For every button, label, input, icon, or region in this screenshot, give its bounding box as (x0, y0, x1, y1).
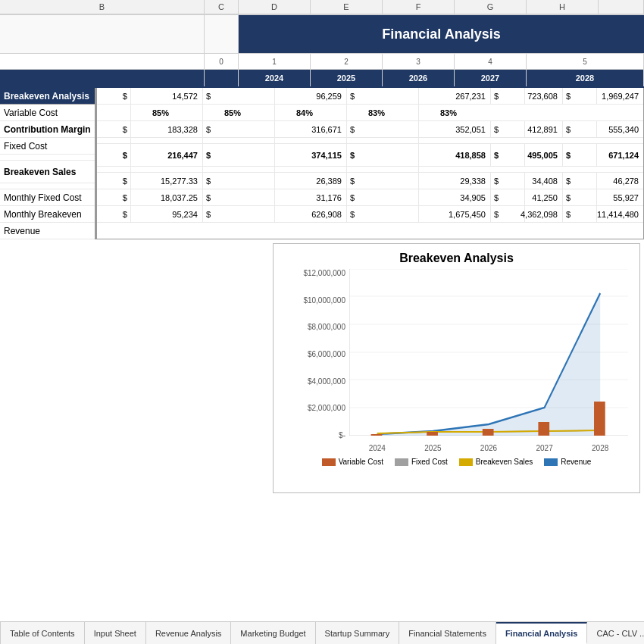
index-2: 2 (311, 54, 383, 69)
index-0: 0 (205, 54, 239, 69)
mfc-2026: 29,338 (419, 173, 491, 189)
mb-dollar-g: $ (491, 189, 525, 205)
tab-revenue-analysis[interactable]: Revenue Analysis (146, 622, 231, 644)
rev-dollar-c: $ (97, 206, 131, 222)
fc-2026: 352,051 (419, 121, 491, 137)
index-spacer (0, 54, 205, 69)
revenue-label: Revenue (0, 223, 95, 239)
bs-dollar-c: $ (97, 144, 131, 166)
vc-dollar-c: $ (97, 88, 131, 104)
col-header-e: E (311, 0, 383, 14)
rev-dollar-f: $ (347, 206, 419, 222)
bs-dollar-e: $ (203, 144, 275, 166)
bs-dollar-g: $ (491, 144, 525, 166)
fc-dollar-g: $ (491, 121, 525, 137)
svg-rect-13 (594, 402, 605, 436)
tab-table-of-contents[interactable]: Table of Contents (0, 622, 85, 644)
mb-dollar-c: $ (97, 189, 131, 205)
chart-title: Breakeven Analysis (285, 252, 628, 265)
vc-dollar-e: $ (203, 88, 275, 104)
vc-dollar-h1: $ (563, 88, 597, 104)
mfc-dollar-c: $ (97, 173, 131, 189)
fc-2025: 316,671 (275, 121, 347, 137)
tab-financial-statements[interactable]: Financial Statements (399, 622, 496, 644)
col-header-rest (599, 0, 644, 14)
chart-svg (349, 269, 628, 436)
legend-breakeven-sales: Breakeven Sales (459, 458, 533, 466)
cm-c (97, 105, 131, 120)
bs-2024: 216,447 (131, 144, 203, 166)
svg-rect-10 (427, 432, 438, 436)
index-1: 1 (239, 54, 311, 69)
mb-dollar-f: $ (347, 189, 419, 205)
vc-dollar-g1: $ (491, 88, 525, 104)
rev-2025: 626,908 (275, 206, 347, 222)
labels-column: Breakeven Analysis Variable Cost Contrib… (0, 88, 96, 239)
mfc-2027: 34,408 (525, 173, 563, 189)
svg-rect-9 (371, 434, 383, 436)
vc-2028: 1,969,247 (597, 88, 643, 104)
contribution-margin-label: Contribution Margin (0, 121, 95, 138)
chart-y-axis: $12,000,000 $10,000,000 $8,000,000 $6,00… (285, 269, 349, 439)
legend-variable-cost: Variable Cost (322, 458, 383, 466)
variable-cost-label: Variable Cost (0, 105, 95, 121)
variable-cost-row: $ 14,572 $ 96,259 $ 267,231 $ 723,608 $ … (97, 88, 643, 105)
cm-2025: 85% (203, 105, 275, 120)
breakeven-sales-label: Breakeven Sales (0, 161, 95, 183)
spacer-row1 (97, 138, 643, 144)
spreadsheet-title: Financial Analysis (239, 15, 644, 53)
mb-dollar-h: $ (563, 189, 597, 205)
cm-2028: 83% (419, 105, 643, 120)
year-2027: 2027 (455, 70, 527, 86)
rev-dollar-e: $ (203, 206, 275, 222)
title-spacer-left (0, 15, 205, 53)
monthly-fixed-cost-label: Monthly Fixed Cost (0, 189, 95, 206)
tabs-bar: Table of Contents Input Sheet Revenue An… (0, 621, 644, 644)
fc-dollar-h: $ (563, 121, 597, 137)
col-header-c: C (205, 0, 239, 14)
col-header-d: D (239, 0, 311, 14)
bs-dollar-h: $ (563, 144, 597, 166)
legend-color-revenue (544, 458, 558, 466)
tab-financial-analysis[interactable]: Financial Analysis (496, 622, 588, 644)
rev-2024: 95,234 (131, 206, 203, 222)
col-header-b: B (0, 0, 205, 14)
mb-2026: 34,905 (419, 189, 491, 205)
year-2028: 2028 (527, 70, 644, 86)
tab-cac-clv[interactable]: CAC - CLV ... (587, 622, 644, 644)
vc-dollar-f: $ (347, 88, 419, 104)
fc-2028: 555,340 (597, 121, 643, 137)
fixed-cost-row: $ 183,328 $ 316,671 $ 352,051 $ 412,891 … (97, 121, 643, 138)
bs-2028: 671,124 (597, 144, 643, 166)
vc-2024: 14,572 (131, 88, 203, 104)
tab-marketing-budget[interactable]: Marketing Budget (231, 622, 315, 644)
chart-container: Breakeven Analysis $12,000,000 $10,000,0… (273, 243, 640, 493)
mfc-dollar-g: $ (491, 173, 525, 189)
spacer2 (0, 183, 95, 189)
cm-2026: 84% (275, 105, 347, 120)
rev-2027: 4,362,098 (525, 206, 563, 222)
spacer-row2 (97, 167, 643, 173)
legend-revenue: Revenue (544, 458, 591, 466)
legend-color-fixed (395, 458, 408, 466)
chart-legend: Variable Cost Fixed Cost Breakeven Sales… (285, 458, 628, 466)
bs-2026: 418,858 (419, 144, 491, 166)
year-c (205, 70, 239, 86)
tab-input-sheet[interactable]: Input Sheet (85, 622, 146, 644)
vc-2025: 96,259 (275, 88, 347, 104)
year-spacer (0, 70, 205, 86)
mb-dollar-e: $ (203, 189, 275, 205)
index-5: 5 (527, 54, 644, 69)
tab-startup-summary[interactable]: Startup Summary (316, 622, 400, 644)
monthly-breakeven-label: Monthly Breakeven (0, 206, 95, 223)
rev-2026: 1,675,450 (419, 206, 491, 222)
monthly-fixed-cost-row: $ 15,277.33 $ 26,389 $ 29,338 $ 34,408 $… (97, 173, 643, 189)
legend-color-breakeven (459, 458, 473, 466)
data-area: $ 14,572 $ 96,259 $ 267,231 $ 723,608 $ … (96, 88, 644, 239)
rev-dollar-h: $ (563, 206, 597, 222)
fc-dollar-e: $ (203, 121, 275, 137)
index-4: 4 (455, 54, 527, 69)
svg-rect-12 (538, 422, 549, 436)
svg-marker-8 (377, 293, 600, 436)
legend-fixed-cost: Fixed Cost (395, 458, 448, 466)
